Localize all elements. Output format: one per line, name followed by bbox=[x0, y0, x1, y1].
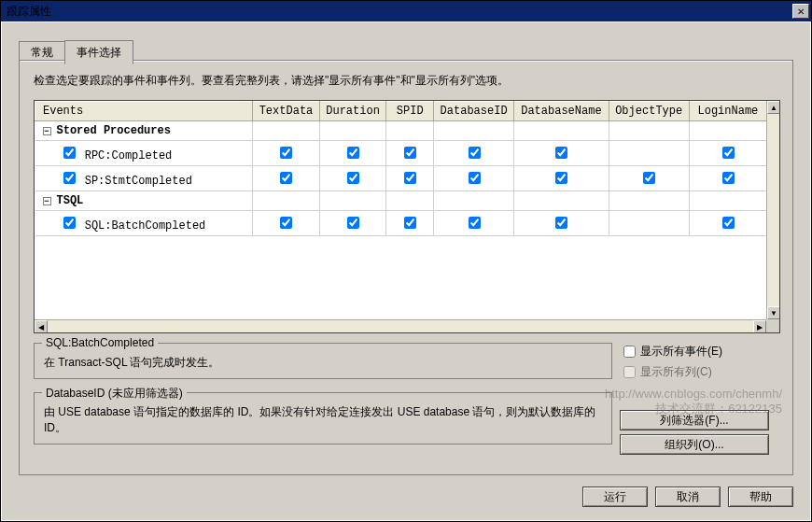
event-description-box: SQL:BatchCompleted 在 Transact-SQL 语句完成时发… bbox=[34, 343, 612, 379]
scrollbar-corner bbox=[766, 319, 779, 332]
collapse-icon[interactable]: − bbox=[43, 127, 51, 135]
cell-checkbox[interactable] bbox=[555, 217, 567, 229]
event-row: RPC:Completed bbox=[35, 141, 767, 166]
events-grid[interactable]: Events TextData Duration SPID DatabaseID… bbox=[34, 100, 780, 333]
close-icon: ✕ bbox=[797, 7, 805, 17]
collapse-icon[interactable]: − bbox=[43, 197, 51, 205]
cell-checkbox[interactable] bbox=[347, 147, 359, 159]
cell-checkbox[interactable] bbox=[280, 217, 292, 229]
col-header-events[interactable]: Events bbox=[35, 102, 253, 121]
cell-checkbox[interactable] bbox=[347, 217, 359, 229]
scroll-down-icon[interactable]: ▼ bbox=[767, 306, 780, 319]
scroll-up-icon[interactable]: ▲ bbox=[767, 101, 780, 114]
column-description-box: DatabaseID (未应用筛选器) 由 USE database 语句指定的… bbox=[34, 392, 612, 444]
col-header-textdata[interactable]: TextData bbox=[253, 102, 320, 121]
close-button[interactable]: ✕ bbox=[792, 4, 809, 19]
scroll-right-icon[interactable]: ▶ bbox=[753, 320, 766, 333]
col-header-duration[interactable]: Duration bbox=[319, 102, 386, 121]
tab-events[interactable]: 事件选择 bbox=[64, 40, 133, 64]
cell-checkbox[interactable] bbox=[404, 172, 416, 184]
run-button[interactable]: 运行 bbox=[582, 487, 648, 507]
group-row: −Stored Procedures bbox=[35, 121, 767, 141]
scrollbar-vertical[interactable]: ▲ ▼ bbox=[766, 101, 779, 319]
event-checkbox[interactable] bbox=[63, 217, 76, 229]
window-title: 跟踪属性 bbox=[7, 4, 51, 20]
event-checkbox[interactable] bbox=[63, 147, 76, 159]
show-all-events-checkbox[interactable]: 显示所有事件(E) bbox=[620, 343, 778, 360]
cancel-button[interactable]: 取消 bbox=[655, 487, 721, 507]
cell-checkbox[interactable] bbox=[722, 172, 735, 184]
cell-checkbox[interactable] bbox=[555, 147, 567, 159]
cell-checkbox[interactable] bbox=[722, 147, 735, 159]
col-header-objecttype[interactable]: ObjectType bbox=[609, 102, 689, 121]
cell-checkbox[interactable] bbox=[722, 217, 735, 229]
cell-checkbox[interactable] bbox=[555, 172, 567, 184]
show-all-columns-checkbox[interactable]: 显示所有列(C) bbox=[620, 363, 778, 381]
event-row: SQL:BatchCompleted bbox=[35, 211, 767, 236]
titlebar: 跟踪属性 ✕ bbox=[1, 1, 811, 21]
scrollbar-horizontal[interactable]: ◀ ▶ bbox=[35, 319, 766, 332]
cell-checkbox[interactable] bbox=[280, 172, 292, 184]
instruction-text: 检查选定要跟踪的事件和事件列。要查看完整列表，请选择"显示所有事件"和"显示所有… bbox=[34, 73, 778, 89]
cell-checkbox[interactable] bbox=[469, 217, 481, 229]
cell-checkbox[interactable] bbox=[469, 147, 481, 159]
col-header-spid[interactable]: SPID bbox=[386, 102, 434, 121]
cell-checkbox[interactable] bbox=[347, 172, 359, 184]
cell-checkbox[interactable] bbox=[280, 147, 292, 159]
cell-checkbox[interactable] bbox=[404, 147, 416, 159]
organize-columns-button[interactable]: 组织列(O)... bbox=[620, 434, 769, 455]
cell-checkbox[interactable] bbox=[469, 172, 481, 184]
column-filters-button[interactable]: 列筛选器(F)... bbox=[620, 410, 769, 430]
group-row: −TSQL bbox=[35, 191, 767, 211]
event-row: SP:StmtCompleted bbox=[35, 166, 767, 191]
help-button[interactable]: 帮助 bbox=[728, 487, 793, 507]
cell-checkbox[interactable] bbox=[643, 172, 655, 184]
col-header-databasename[interactable]: DatabaseName bbox=[514, 102, 609, 121]
col-header-loginname[interactable]: LoginName bbox=[689, 102, 766, 121]
col-header-databaseid[interactable]: DatabaseID bbox=[434, 102, 514, 121]
cell-checkbox[interactable] bbox=[404, 217, 416, 229]
event-checkbox[interactable] bbox=[63, 172, 76, 184]
scroll-left-icon[interactable]: ◀ bbox=[35, 320, 48, 333]
